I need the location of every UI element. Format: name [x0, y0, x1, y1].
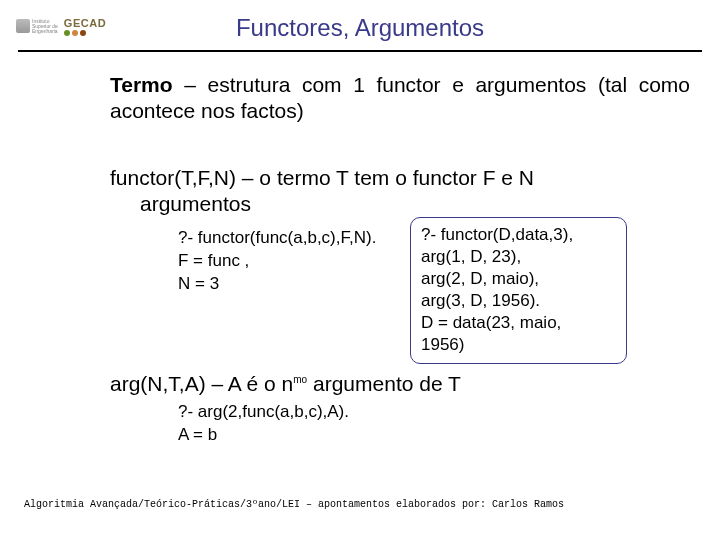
termo-paragraph: Termo – estrutura com 1 functor e argume…: [110, 72, 690, 125]
example-box: ?- functor(D,data,3), arg(1, D, 23), arg…: [410, 217, 627, 364]
example-left-l2: F = func ,: [178, 250, 376, 273]
arg-pre: arg(N,T,A) – A é o n: [110, 372, 293, 395]
box-l2: arg(1, D, 23),: [421, 246, 616, 268]
example-bottom-l1: ?- arg(2,func(a,b,c),A).: [178, 401, 690, 424]
box-l5: D = data(23, maio,: [421, 312, 616, 334]
slide-title: Functores, Argumentos: [0, 14, 720, 42]
example-left: ?- functor(func(a,b,c),F,N). F = func , …: [178, 227, 376, 296]
example-bottom: ?- arg(2,func(a,b,c),A). A = b: [110, 401, 690, 447]
slide-body: Termo – estrutura com 1 functor e argume…: [110, 72, 690, 447]
termo-rest: – estrutura com 1 functor e argumentos (…: [110, 73, 690, 122]
slide: InstitutoSuperior deEngenharia GECAD Fun…: [0, 0, 720, 540]
example-left-l3: N = 3: [178, 273, 376, 296]
arg-sup: mo: [293, 374, 307, 385]
footer-text: Algoritmia Avançada/Teórico-Práticas/3ºa…: [24, 499, 564, 510]
example-bottom-l2: A = b: [178, 424, 690, 447]
functor-line2: argumentos: [110, 191, 690, 217]
box-l6: 1956): [421, 334, 616, 356]
box-l1: ?- functor(D,data,3),: [421, 224, 616, 246]
arg-post: argumento de T: [307, 372, 461, 395]
box-l4: arg(3, D, 1956).: [421, 290, 616, 312]
examples-row: ?- functor(func(a,b,c),F,N). F = func , …: [110, 227, 690, 367]
example-left-l1: ?- functor(func(a,b,c),F,N).: [178, 227, 376, 250]
termo-bold: Termo: [110, 73, 173, 96]
functor-paragraph: functor(T,F,N) – o termo T tem o functor…: [110, 165, 690, 218]
functor-line1: functor(T,F,N) – o termo T tem o functor…: [110, 165, 690, 191]
title-underline: [18, 50, 702, 52]
arg-paragraph: arg(N,T,A) – A é o nmo argumento de T: [110, 371, 690, 397]
box-l3: arg(2, D, maio),: [421, 268, 616, 290]
